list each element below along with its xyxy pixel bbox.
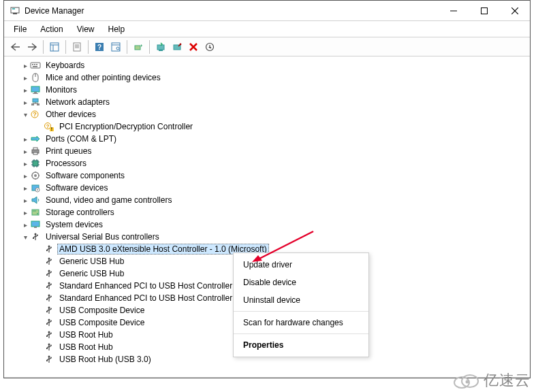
svg-point-102 xyxy=(50,333,52,334)
titlebar: Device Manager xyxy=(4,1,530,21)
ctx-update-driver[interactable]: Update driver xyxy=(234,256,368,274)
close-button[interactable] xyxy=(499,1,530,20)
separator xyxy=(234,333,368,334)
ctx-properties[interactable]: Properties xyxy=(234,336,368,354)
usb-icon xyxy=(44,244,54,255)
menu-help[interactable]: Help xyxy=(103,22,131,36)
app-icon xyxy=(10,5,20,16)
svg-rect-7 xyxy=(50,43,59,51)
svg-rect-29 xyxy=(33,66,37,67)
scan-changes-button[interactable] xyxy=(202,39,217,54)
svg-point-113 xyxy=(454,377,469,388)
svg-rect-93 xyxy=(46,311,48,312)
svg-rect-77 xyxy=(46,262,48,263)
svg-rect-33 xyxy=(33,93,38,94)
svg-rect-22 xyxy=(159,50,163,51)
menu-view[interactable]: View xyxy=(72,22,100,36)
printer-icon xyxy=(30,146,41,157)
other-devices-icon: ? xyxy=(30,109,41,120)
svg-rect-34 xyxy=(33,99,38,102)
mouse-icon xyxy=(30,72,41,83)
svg-text:?: ? xyxy=(33,111,37,118)
svg-point-86 xyxy=(50,284,52,285)
tree-node-software-components[interactable]: ▸Software components xyxy=(18,169,530,182)
menu-action[interactable]: Action xyxy=(35,22,68,36)
tree-node-keyboards[interactable]: ▸Keyboards xyxy=(18,59,530,71)
help-button[interactable]: ? xyxy=(92,39,107,54)
svg-rect-25 xyxy=(31,63,40,68)
tree-node-processors[interactable]: ▸Processors xyxy=(18,157,530,169)
svg-point-70 xyxy=(37,235,38,236)
usb-icon xyxy=(44,329,54,340)
ctx-scan-changes[interactable]: Scan for hardware changes xyxy=(234,314,368,331)
show-hide-button[interactable] xyxy=(47,39,62,54)
usb-icon xyxy=(44,256,54,267)
usb-icon xyxy=(30,231,41,242)
tree-node-software-devices[interactable]: ▸Software devices xyxy=(18,182,530,194)
separator xyxy=(65,40,66,54)
svg-rect-89 xyxy=(46,299,48,300)
add-legacy-button[interactable] xyxy=(131,39,146,54)
svg-point-18 xyxy=(116,47,119,50)
forward-button[interactable] xyxy=(25,39,40,54)
maximize-button[interactable] xyxy=(469,1,499,20)
svg-rect-81 xyxy=(46,274,48,276)
monitor-icon xyxy=(30,84,41,95)
svg-rect-46 xyxy=(33,148,37,150)
svg-rect-73 xyxy=(46,250,48,251)
svg-point-78 xyxy=(50,259,52,261)
svg-point-74 xyxy=(50,247,52,248)
uninstall-button[interactable] xyxy=(186,39,201,54)
svg-point-94 xyxy=(50,308,52,310)
tree-node-usb-controllers[interactable]: ▾Universal Serial Bus controllers xyxy=(18,231,530,243)
tree-node-other-devices[interactable]: ▾?Other devices xyxy=(18,108,530,120)
statusbar xyxy=(4,377,530,378)
svg-rect-1 xyxy=(13,13,17,14)
svg-rect-85 xyxy=(46,287,48,288)
tree-node-print-queues[interactable]: ▸Print queues xyxy=(18,145,530,157)
svg-rect-2 xyxy=(12,8,15,10)
svg-point-115 xyxy=(466,380,469,384)
usb-icon xyxy=(44,317,54,328)
tree-node-sound[interactable]: ▸Sound, video and game controllers xyxy=(18,194,530,206)
network-icon xyxy=(30,97,41,108)
svg-text:?: ? xyxy=(97,44,101,51)
tree-node-storage[interactable]: ▸Storage controllers xyxy=(18,206,530,218)
svg-text:!: ! xyxy=(51,127,52,131)
window-title: Device Manager xyxy=(25,6,438,16)
storage-icon xyxy=(30,207,41,218)
usb-icon xyxy=(44,293,54,304)
svg-point-110 xyxy=(50,357,52,359)
properties-button[interactable] xyxy=(69,39,84,54)
software-device-icon xyxy=(30,182,41,193)
ctx-uninstall-device[interactable]: Uninstall device xyxy=(234,291,368,309)
ctx-disable-device[interactable]: Disable device xyxy=(234,274,368,291)
svg-point-98 xyxy=(50,321,52,322)
minimize-button[interactable] xyxy=(438,1,469,20)
svg-rect-109 xyxy=(46,360,48,361)
tree-node-system-devices[interactable]: ▸System devices xyxy=(18,218,530,231)
tree-node-monitors[interactable]: ▸Monitors xyxy=(18,84,530,96)
window-controls xyxy=(438,1,530,20)
sound-icon xyxy=(30,195,41,206)
tree-node-network[interactable]: ▸Network adapters xyxy=(18,96,530,108)
tree-node-mice[interactable]: ▸Mice and other pointing devices xyxy=(18,71,530,84)
scan-button[interactable] xyxy=(108,39,123,54)
update-driver-button[interactable] xyxy=(153,39,168,54)
svg-point-61 xyxy=(37,189,38,191)
system-device-icon xyxy=(30,219,41,230)
svg-rect-66 xyxy=(34,227,37,228)
separator xyxy=(234,311,368,312)
disable-button[interactable] xyxy=(170,39,185,54)
svg-rect-4 xyxy=(481,7,487,14)
back-button[interactable] xyxy=(8,39,23,54)
tree-node-ports[interactable]: ▸Ports (COM & LPT) xyxy=(18,133,530,145)
usb-icon xyxy=(44,354,54,365)
tree-node-pci-encryption[interactable]: ▸?!PCI Encryption/Decryption Controller xyxy=(18,120,530,133)
svg-rect-97 xyxy=(46,323,48,325)
svg-rect-21 xyxy=(157,45,164,50)
separator xyxy=(43,40,44,54)
svg-rect-26 xyxy=(32,64,33,65)
menu-file[interactable]: File xyxy=(8,22,32,36)
svg-rect-20 xyxy=(135,46,140,50)
